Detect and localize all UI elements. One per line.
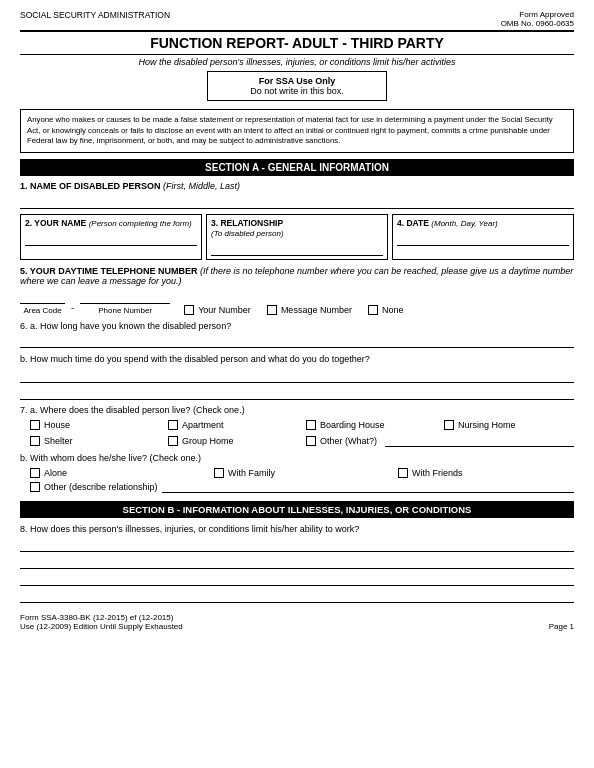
footer-form-id: Form SSA-3380-BK (12-2015) ef (12-2015)	[20, 613, 183, 622]
q6b-answer-1[interactable]	[20, 369, 574, 383]
area-code-input[interactable]	[20, 290, 65, 304]
shelter-checkbox[interactable]	[30, 436, 40, 446]
shelter-label: Shelter	[44, 436, 73, 446]
message-number-checkbox-item: Message Number	[267, 305, 352, 315]
message-number-label: Message Number	[281, 305, 352, 315]
footer-edition-note: Use (12-2009) Edition Until Supply Exhau…	[20, 622, 183, 631]
area-code-label: Area Code	[23, 306, 61, 315]
q6b-answer-2[interactable]	[20, 386, 574, 400]
house-checkbox[interactable]	[30, 420, 40, 430]
phone-dash: -	[71, 302, 74, 313]
apartment-checkbox[interactable]	[168, 420, 178, 430]
q1-answer-field[interactable]	[20, 193, 574, 209]
q3-input[interactable]	[211, 242, 383, 256]
phone-number-input[interactable]	[80, 290, 170, 304]
other-relationship-checkbox[interactable]	[30, 482, 40, 492]
form-subtitle: How the disabled person's illnesses, inj…	[20, 57, 574, 67]
q8-answer-2[interactable]	[20, 555, 574, 569]
group-home-label: Group Home	[182, 436, 234, 446]
q2-label: 2. YOUR NAME	[25, 218, 86, 228]
q8-answer-4[interactable]	[20, 589, 574, 603]
q6b-question: b. How much time do you spend with the d…	[20, 353, 574, 366]
q3-box: 3. RELATIONSHIP (To disabled person)	[206, 214, 388, 260]
agency-label: SOCIAL SECURITY ADMINISTRATION	[20, 10, 170, 20]
house-label: House	[44, 420, 70, 430]
nursing-home-checkbox-item: Nursing Home	[444, 420, 574, 430]
q4-input[interactable]	[397, 232, 569, 246]
apartment-label: Apartment	[182, 420, 224, 430]
nursing-home-label: Nursing Home	[458, 420, 516, 430]
nursing-home-checkbox[interactable]	[444, 420, 454, 430]
form-title: FUNCTION REPORT- ADULT - THIRD PARTY	[20, 30, 574, 55]
section-b-header: SECTION B - INFORMATION ABOUT ILLNESSES,…	[20, 501, 574, 518]
q6a-question: 6. a. How long have you known the disabl…	[20, 320, 574, 333]
phone-number-label: Phone Number	[98, 306, 152, 315]
your-number-checkbox-item: Your Number	[184, 305, 251, 315]
section-a-header: SECTION A - GENERAL INFORMATION	[20, 159, 574, 176]
other-what-checkbox-item: Other (What?)	[306, 435, 574, 447]
q8-answer-3[interactable]	[20, 572, 574, 586]
other-what-input[interactable]	[385, 435, 574, 447]
with-friends-checkbox[interactable]	[398, 468, 408, 478]
q7b-question: b. With whom does he/she live? (Check on…	[20, 453, 574, 463]
other-what-label: Other (What?)	[320, 436, 377, 446]
ssa-use-subtitle: Do not write in this box.	[216, 86, 378, 96]
q4-label: 4. DATE	[397, 218, 429, 228]
your-number-checkbox[interactable]	[184, 305, 194, 315]
q4-italic: (Month, Day, Year)	[431, 219, 497, 228]
boarding-house-label: Boarding House	[320, 420, 385, 430]
q2-box: 2. YOUR NAME (Person completing the form…	[20, 214, 202, 260]
q2-input[interactable]	[25, 232, 197, 246]
q6a-answer[interactable]	[20, 334, 574, 348]
q3-label: 3. RELATIONSHIP	[211, 218, 283, 228]
other-relationship-input[interactable]	[162, 481, 574, 493]
boarding-house-checkbox-item: Boarding House	[306, 420, 436, 430]
q4-box: 4. DATE (Month, Day, Year)	[392, 214, 574, 260]
group-home-checkbox-item: Group Home	[168, 435, 298, 447]
alone-checkbox-item: Alone	[30, 468, 206, 478]
q8-answer-1[interactable]	[20, 538, 574, 552]
q8-question: 8. How does this person's illnesses, inj…	[20, 523, 574, 536]
with-family-checkbox-item: With Family	[214, 468, 390, 478]
ssa-use-title: For SSA Use Only	[216, 76, 378, 86]
footer-page: Page 1	[549, 622, 574, 631]
your-number-label: Your Number	[198, 305, 251, 315]
form-approved-label: Form Approved	[501, 10, 574, 19]
q7a-question: 7. a. Where does the disabled person liv…	[20, 405, 574, 415]
boarding-house-checkbox[interactable]	[306, 420, 316, 430]
q1-italic: (First, Middle, Last)	[163, 181, 240, 191]
none-label: None	[382, 305, 404, 315]
message-number-checkbox[interactable]	[267, 305, 277, 315]
alone-label: Alone	[44, 468, 67, 478]
q1-label: 1. NAME OF DISABLED PERSON	[20, 181, 161, 191]
none-checkbox[interactable]	[368, 305, 378, 315]
q2-italic: (Person completing the form)	[89, 219, 192, 228]
alone-checkbox[interactable]	[30, 468, 40, 478]
house-checkbox-item: House	[30, 420, 160, 430]
with-friends-checkbox-item: With Friends	[398, 468, 574, 478]
other-relationship-label: Other (describe relationship)	[44, 482, 158, 492]
apartment-checkbox-item: Apartment	[168, 420, 298, 430]
with-friends-label: With Friends	[412, 468, 463, 478]
shelter-checkbox-item: Shelter	[30, 435, 160, 447]
omb-number: OMB No. 0960-0635	[501, 19, 574, 28]
with-family-checkbox[interactable]	[214, 468, 224, 478]
q5-label: 5. YOUR DAYTIME TELEPHONE NUMBER	[20, 266, 198, 276]
group-home-checkbox[interactable]	[168, 436, 178, 446]
other-what-checkbox[interactable]	[306, 436, 316, 446]
with-family-label: With Family	[228, 468, 275, 478]
other-relationship-row: Other (describe relationship)	[30, 481, 574, 493]
q3-italic: (To disabled person)	[211, 229, 284, 238]
none-checkbox-item: None	[368, 305, 404, 315]
legal-notice: Anyone who makes or causes to be made a …	[20, 109, 574, 153]
